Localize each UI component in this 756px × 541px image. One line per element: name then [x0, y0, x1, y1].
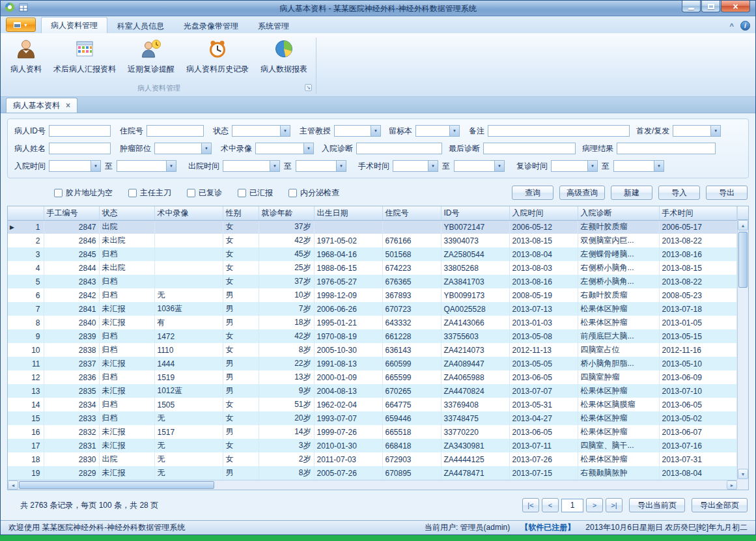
grid-row[interactable]: 152833归档无女20岁1993-07-0765944633748475201… [8, 411, 737, 425]
grid-row[interactable]: 22846未出院女42岁1971-05-02676166339040732013… [8, 234, 737, 247]
chevron-down-icon[interactable]: ▼ [494, 161, 504, 171]
export-all-pages-button[interactable]: 导出全部页 [692, 498, 748, 512]
final-diagnosis-input[interactable] [483, 143, 576, 154]
ribbon-tab-staff-info[interactable]: 科室人员信息 [107, 18, 174, 33]
ribbon-tab-patient-management[interactable]: 病人资料管理 [41, 17, 107, 33]
grid-col-status[interactable]: 状态 [99, 206, 154, 220]
chevron-down-icon[interactable]: ▼ [449, 126, 459, 136]
prev-page-button[interactable]: < [542, 498, 559, 512]
grid-row[interactable]: 62842归档无男10岁1998-12-09367893YB0099173200… [8, 288, 737, 302]
surgery-time-from-combo[interactable]: ▼ [393, 160, 438, 172]
chevron-down-icon[interactable]: ▼ [303, 143, 313, 154]
dialog-launcher-icon[interactable]: ↘ [305, 84, 312, 91]
admission-no-input[interactable] [147, 125, 204, 137]
grid-row[interactable]: 52843归档女37岁1976-05-27676365ZA38417032013… [8, 275, 737, 288]
application-menu-button[interactable]: ▼ [6, 18, 36, 32]
grid-row[interactable]: 182830出院无女2岁2011-07-03672903ZA4444125201… [8, 452, 737, 466]
grid-row[interactable]: 82840未汇报有男18岁1995-01-21643332ZA414306620… [8, 316, 737, 329]
grid-row[interactable]: 102838归档1110女8岁2005-10-30636143ZA4214073… [8, 343, 737, 357]
surgery-time-to-combo[interactable]: ▼ [454, 160, 505, 172]
first-relapse-combo[interactable]: ▼ [673, 125, 721, 137]
ribbon-collapse-icon[interactable]: ^ [730, 22, 734, 30]
close-button[interactable]: × [721, 1, 750, 12]
chevron-down-icon[interactable]: ▼ [166, 161, 176, 171]
grid-row[interactable]: 172831未汇报无女3岁2010-01-30668418ZA343098120… [8, 439, 737, 452]
admission-time-to-combo[interactable]: ▼ [117, 160, 176, 172]
scroll-down-icon[interactable]: ▼ [738, 469, 748, 479]
grid-row[interactable]: 162832未汇报1517男14岁1999-07-266655183377022… [8, 425, 737, 439]
grid-row[interactable]: 112837未汇报1444男22岁1991-08-13660599ZA40894… [8, 357, 737, 370]
revisit-time-to-combo[interactable]: ▼ [613, 160, 664, 172]
horizontal-scroll-thumb[interactable] [19, 481, 214, 489]
chevron-down-icon[interactable]: ▼ [587, 161, 597, 171]
status-combo[interactable]: ▼ [232, 125, 290, 137]
revisited-checkbox[interactable]: 已复诊 [187, 187, 222, 199]
grid-row[interactable]: 92839归档1472女42岁1970-08-19661228337556032… [8, 329, 737, 343]
vertical-scroll-thumb[interactable] [738, 232, 748, 288]
grid-col-admission-no[interactable]: 住院号 [382, 206, 441, 220]
patient-data-button[interactable]: 病人资料 [5, 35, 48, 82]
scroll-right-icon[interactable]: ► [727, 480, 737, 490]
chevron-down-icon[interactable]: ▼ [710, 126, 720, 136]
ribbon-tab-disc-management[interactable]: 光盘录像带管理 [174, 18, 248, 33]
info-icon[interactable]: i [740, 21, 750, 31]
history-record-button[interactable]: 病人资料历史记录 [180, 35, 255, 82]
scroll-up-icon[interactable]: ▲ [738, 220, 748, 230]
query-button[interactable]: 查询 [512, 186, 553, 200]
surgery-video-combo[interactable]: ▼ [255, 143, 314, 154]
chevron-down-icon[interactable]: ▼ [91, 161, 100, 171]
export-current-page-button[interactable]: 导出当前页 [629, 498, 685, 512]
tumor-site-combo[interactable]: ▼ [154, 143, 212, 154]
grid-row[interactable]: 32845归档女45岁1968-04-16501568ZA25805442013… [8, 247, 737, 261]
endocrine-exam-checkbox[interactable]: 内分泌检查 [288, 187, 339, 199]
next-page-button[interactable]: > [586, 498, 603, 512]
grid-col-manual-no[interactable]: 手工编号 [44, 206, 99, 220]
horizontal-scrollbar[interactable]: ◄ ► [8, 480, 737, 490]
grid-row[interactable]: 142834归档1505女51岁1962-02-0466477533769408… [8, 398, 737, 411]
first-page-button[interactable]: |< [522, 498, 539, 512]
chevron-down-icon[interactable]: ▼ [270, 161, 279, 171]
chevron-down-icon[interactable]: ▼ [654, 161, 664, 171]
professor-combo[interactable]: ▼ [334, 125, 381, 137]
vertical-scrollbar[interactable]: ▲ ▼ [737, 220, 748, 480]
postop-report-button[interactable]: 术后病人汇报资料 [48, 35, 122, 82]
ribbon-tab-system-management[interactable]: 系统管理 [248, 18, 299, 33]
grid-row[interactable]: 192829未汇报无男8岁2005-07-26670895ZA447847120… [8, 466, 737, 480]
patient-name-input[interactable] [49, 143, 111, 154]
grid-row[interactable]: 42844未出院女25岁1988-06-15674223338052682013… [8, 261, 737, 275]
revisit-reminder-button[interactable]: 近期复诊提醒 [122, 35, 180, 82]
grid-row[interactable]: 132835未汇报1012蓝男9岁2004-08-13670265ZA44708… [8, 384, 737, 398]
revisit-time-from-combo[interactable]: ▼ [551, 160, 598, 172]
pathology-result-input[interactable] [617, 143, 716, 154]
admission-time-from-combo[interactable]: ▼ [49, 160, 101, 172]
scroll-left-icon[interactable]: ◄ [8, 480, 18, 490]
tab-close-icon[interactable]: × [66, 102, 70, 109]
chief-surgeon-checkbox[interactable]: 主任主刀 [128, 187, 171, 199]
last-page-button[interactable]: >| [606, 498, 623, 512]
minimize-button[interactable] [682, 1, 701, 12]
film-address-empty-checkbox[interactable]: 胶片地址为空 [54, 187, 113, 199]
patient-id-input[interactable] [49, 125, 111, 137]
grid-row[interactable]: 72841未汇报1036蓝男7岁2006-06-26670723QA002552… [8, 302, 737, 316]
grid-col-admission-diagnosis[interactable]: 入院诊断 [578, 206, 659, 220]
data-report-button[interactable]: 病人数据报表 [255, 35, 313, 82]
discharge-time-from-combo[interactable]: ▼ [223, 160, 280, 172]
grid-col-age[interactable]: 就诊年龄 [259, 206, 314, 220]
remark-input[interactable] [488, 125, 630, 137]
import-button[interactable]: 导入 [658, 186, 700, 200]
reported-checkbox[interactable]: 已汇报 [238, 187, 273, 199]
discharge-time-to-combo[interactable]: ▼ [296, 160, 346, 172]
grid-row[interactable]: ▶12847出院女37岁YB00721472006-05-12左额叶胶质瘤200… [8, 220, 737, 234]
page-number-input[interactable] [561, 499, 583, 512]
quick-access-icon[interactable] [19, 3, 28, 14]
chevron-down-icon[interactable]: ▼ [280, 126, 290, 136]
grid-col-surgery-time[interactable]: 手术时间 [659, 206, 737, 220]
admission-diagnosis-input[interactable] [356, 143, 442, 154]
chevron-down-icon[interactable]: ▼ [336, 161, 346, 171]
chevron-down-icon[interactable]: ▼ [371, 126, 380, 136]
chevron-down-icon[interactable]: ▼ [201, 143, 211, 154]
specimen-combo[interactable]: ▼ [415, 125, 460, 137]
chevron-down-icon[interactable]: ▼ [428, 161, 438, 171]
grid-col-id[interactable]: ID号 [441, 206, 509, 220]
maximize-button[interactable] [701, 1, 720, 12]
